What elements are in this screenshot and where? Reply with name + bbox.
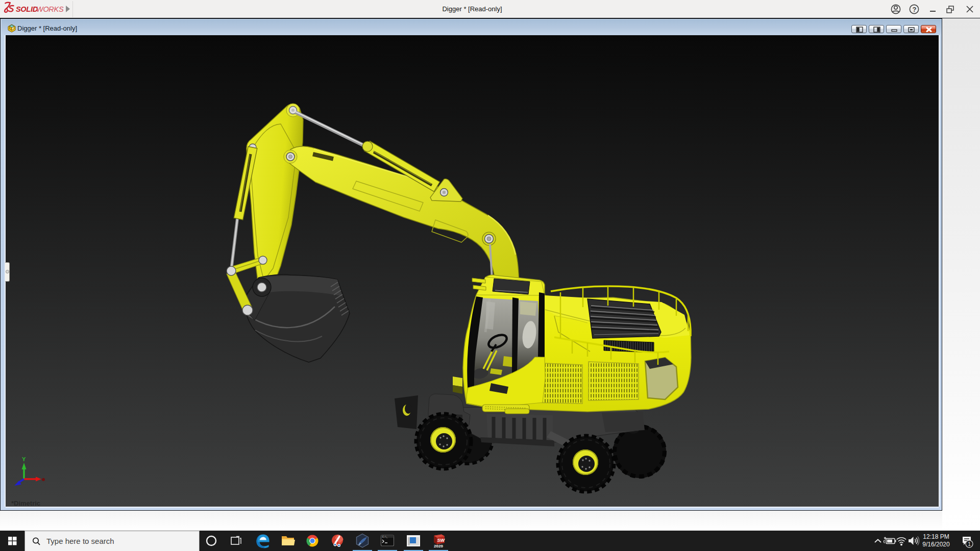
svg-text:SW: SW — [437, 538, 446, 543]
svg-text:Y: Y — [22, 456, 26, 462]
svg-text:*Dimetric: *Dimetric — [11, 499, 40, 507]
svg-text:2020: 2020 — [434, 544, 443, 548]
svg-text:C:\_: C:\_ — [382, 536, 388, 538]
svg-text:?: ? — [913, 6, 917, 13]
svg-text:1: 1 — [968, 541, 971, 547]
